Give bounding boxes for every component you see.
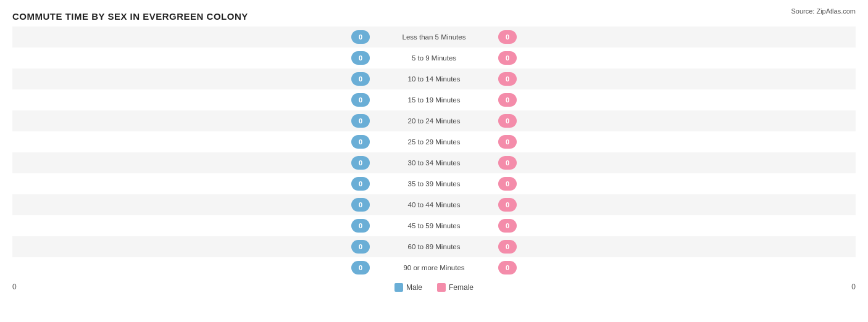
row-label: 90 or more Minutes	[372, 264, 496, 271]
left-side: 0	[12, 240, 372, 254]
row-label: 40 to 44 Minutes	[372, 201, 496, 208]
row-label: 25 to 29 Minutes	[372, 138, 496, 146]
left-side: 0	[12, 177, 372, 191]
bar-row: 035 to 39 Minutes0	[12, 173, 856, 194]
female-badge: 0	[498, 240, 517, 254]
left-side: 0	[12, 30, 372, 44]
left-side: 0	[12, 93, 372, 107]
bar-row: 040 to 44 Minutes0	[12, 194, 856, 215]
bar-row: 015 to 19 Minutes0	[12, 89, 856, 110]
male-badge: 0	[351, 51, 370, 65]
row-label: 35 to 39 Minutes	[372, 180, 496, 188]
legend-female-label: Female	[449, 283, 474, 292]
axis-left-zero: 0	[12, 283, 17, 291]
bar-row: 025 to 29 Minutes0	[12, 131, 856, 152]
female-badge: 0	[498, 72, 517, 86]
right-side: 0	[496, 114, 856, 128]
left-side: 0	[12, 51, 372, 65]
legend-female: Female	[437, 283, 474, 292]
female-badge: 0	[498, 177, 517, 191]
female-badge: 0	[498, 51, 517, 65]
bar-row: 060 to 89 Minutes0	[12, 236, 856, 257]
legend-female-box	[437, 283, 446, 292]
male-badge: 0	[351, 30, 370, 44]
male-badge: 0	[351, 135, 370, 149]
male-badge: 0	[351, 114, 370, 128]
right-side: 0	[496, 261, 856, 275]
right-side: 0	[496, 30, 856, 44]
male-badge: 0	[351, 198, 370, 212]
left-side: 0	[12, 219, 372, 233]
row-label: 5 to 9 Minutes	[372, 54, 496, 62]
male-badge: 0	[351, 156, 370, 170]
left-side: 0	[12, 156, 372, 170]
left-side: 0	[12, 198, 372, 212]
row-label: Less than 5 Minutes	[372, 33, 496, 41]
female-badge: 0	[498, 219, 517, 233]
bar-row: 020 to 24 Minutes0	[12, 110, 856, 131]
bars-area: 0Less than 5 Minutes005 to 9 Minutes0010…	[12, 27, 856, 278]
bar-row: 045 to 59 Minutes0	[12, 215, 856, 236]
row-label: 60 to 89 Minutes	[372, 243, 496, 250]
right-side: 0	[496, 219, 856, 233]
chart-container: COMMUTE TIME BY SEX IN EVERGREEN COLONY …	[0, 0, 868, 322]
female-badge: 0	[498, 261, 517, 275]
axis-right-zero: 0	[851, 283, 856, 291]
male-badge: 0	[351, 219, 370, 233]
legend: Male Female	[12, 283, 856, 292]
bar-row: 090 or more Minutes0	[12, 257, 856, 278]
row-label: 30 to 34 Minutes	[372, 159, 496, 167]
row-label: 10 to 14 Minutes	[372, 75, 496, 83]
left-side: 0	[12, 261, 372, 275]
right-side: 0	[496, 198, 856, 212]
chart-title: COMMUTE TIME BY SEX IN EVERGREEN COLONY	[12, 11, 856, 22]
left-side: 0	[12, 72, 372, 86]
bar-row: 0Less than 5 Minutes0	[12, 27, 856, 47]
female-badge: 0	[498, 30, 517, 44]
source-label: Source: ZipAtlas.com	[791, 7, 856, 15]
right-side: 0	[496, 177, 856, 191]
male-badge: 0	[351, 93, 370, 107]
female-badge: 0	[498, 114, 517, 128]
legend-male-label: Male	[406, 283, 422, 292]
male-badge: 0	[351, 261, 370, 275]
male-badge: 0	[351, 72, 370, 86]
row-label: 45 to 59 Minutes	[372, 222, 496, 229]
right-side: 0	[496, 93, 856, 107]
female-badge: 0	[498, 135, 517, 149]
bar-row: 05 to 9 Minutes0	[12, 47, 856, 68]
right-side: 0	[496, 51, 856, 65]
left-side: 0	[12, 135, 372, 149]
right-side: 0	[496, 72, 856, 86]
right-side: 0	[496, 240, 856, 254]
legend-male-box	[394, 283, 403, 292]
male-badge: 0	[351, 177, 370, 191]
row-label: 15 to 19 Minutes	[372, 96, 496, 104]
left-side: 0	[12, 114, 372, 128]
row-label: 20 to 24 Minutes	[372, 117, 496, 125]
male-badge: 0	[351, 240, 370, 254]
bar-row: 010 to 14 Minutes0	[12, 68, 856, 89]
right-side: 0	[496, 156, 856, 170]
right-side: 0	[496, 135, 856, 149]
bar-row: 030 to 34 Minutes0	[12, 152, 856, 173]
female-badge: 0	[498, 93, 517, 107]
legend-male: Male	[394, 283, 422, 292]
female-badge: 0	[498, 156, 517, 170]
female-badge: 0	[498, 198, 517, 212]
